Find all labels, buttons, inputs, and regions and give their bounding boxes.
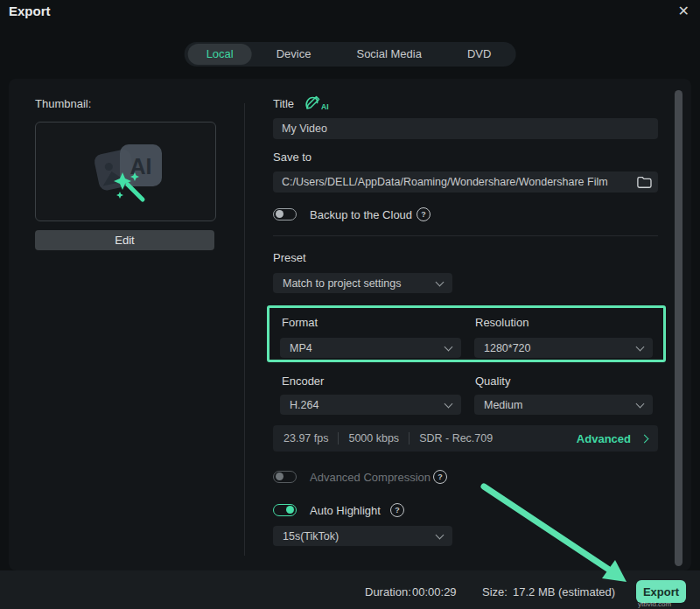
tab-dvd[interactable]: DVD: [444, 42, 514, 66]
chevron-right-icon: [640, 434, 649, 443]
quality-value: Medium: [484, 399, 522, 411]
close-icon[interactable]: ✕: [678, 3, 690, 19]
thumbnail-preview[interactable]: AI: [35, 122, 216, 221]
encoder-value: H.264: [290, 399, 318, 411]
chevron-down-icon: [436, 277, 444, 286]
ai-thumbnail-icon: AI: [84, 134, 168, 209]
save-path-wrap: [273, 172, 658, 192]
auto-highlight-duration-dropdown[interactable]: 15s(TikTok): [273, 526, 452, 546]
svg-text:AI: AI: [321, 102, 329, 111]
thumbnail-label: Thumbnail:: [35, 97, 91, 110]
backup-cloud-label: Backup to the Cloud: [310, 208, 412, 221]
window-title: Export: [9, 4, 51, 18]
color-space-value: SDR - Rec.709: [419, 432, 493, 444]
ai-rename-icon[interactable]: AI: [303, 94, 332, 113]
panel-divider: [244, 103, 245, 556]
watermark-text: ytbvid.com: [638, 600, 671, 608]
chevron-down-icon: [436, 530, 444, 539]
export-target-tabs: Local Device Social Media DVD: [185, 42, 516, 66]
fps-value: 23.97 fps: [284, 432, 328, 444]
auto-highlight-label: Auto Highlight: [310, 504, 381, 517]
size-value: 17.2 MB (estimated): [513, 585, 615, 598]
backup-help-icon[interactable]: ?: [416, 207, 430, 221]
chevron-down-icon: [444, 399, 453, 408]
stream-info-bar: 23.97 fps 5000 kbps SDR - Rec.709 Advanc…: [273, 425, 658, 452]
preset-label: Preset: [273, 251, 306, 264]
encoder-label: Encoder: [282, 374, 324, 388]
folder-icon[interactable]: [636, 175, 652, 189]
tab-social-media[interactable]: Social Media: [333, 42, 444, 66]
title-label: Title: [273, 97, 294, 110]
bitrate-value: 5000 kbps: [348, 432, 399, 444]
tab-local[interactable]: Local: [188, 44, 252, 65]
footer-bar: Duration: 00:00:29 Size: 17.2 MB (estima…: [0, 570, 700, 609]
size-label: Size:: [482, 585, 508, 598]
panel-scrollbar[interactable]: [675, 90, 682, 566]
divider: [338, 432, 339, 444]
svg-text:AI: AI: [130, 154, 151, 178]
auto-highlight-toggle[interactable]: [273, 504, 297, 516]
section-divider: [273, 235, 658, 236]
save-to-label: Save to: [273, 150, 312, 164]
divider: [409, 432, 410, 444]
advanced-compression-label: Advanced Compression: [310, 471, 430, 484]
duration-label: Duration:: [365, 585, 411, 598]
annotation-highlight-box: [267, 305, 666, 362]
duration-value: 00:00:29: [412, 585, 457, 598]
encoder-dropdown[interactable]: H.264: [280, 395, 461, 415]
quality-label: Quality: [475, 374, 510, 388]
auto-highlight-help-icon[interactable]: ?: [390, 503, 404, 517]
quality-dropdown[interactable]: Medium: [474, 395, 653, 415]
backup-cloud-toggle[interactable]: [273, 208, 297, 220]
export-dialog: Export ✕ Local Device Social Media DVD T…: [0, 0, 700, 609]
auto-highlight-duration-value: 15s(TikTok): [283, 530, 339, 542]
advanced-compression-toggle[interactable]: [273, 471, 297, 483]
advanced-compression-help-icon[interactable]: ?: [433, 470, 447, 484]
title-field-wrap: [273, 118, 658, 139]
title-input[interactable]: [282, 122, 649, 135]
tab-device[interactable]: Device: [254, 42, 334, 66]
preset-dropdown[interactable]: Match to project settings: [273, 273, 452, 293]
save-path-input[interactable]: [282, 176, 632, 188]
preset-value: Match to project settings: [283, 277, 401, 290]
chevron-down-icon: [636, 399, 645, 408]
advanced-settings-link[interactable]: Advanced: [577, 432, 631, 445]
edit-thumbnail-button[interactable]: Edit: [35, 230, 214, 250]
